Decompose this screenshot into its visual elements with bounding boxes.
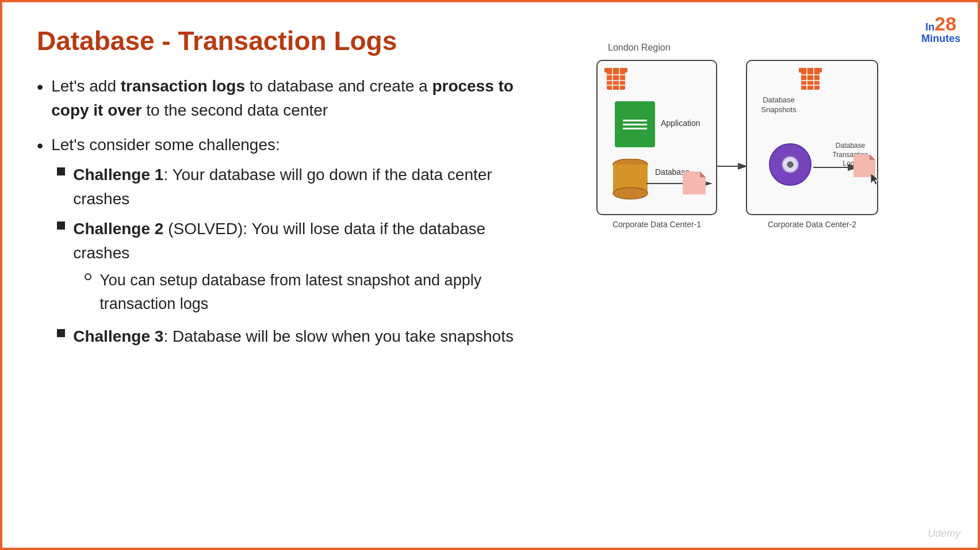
building-dc1-icon [604,66,627,91]
main-bullet-list: • Let's add transaction logs to database… [37,74,520,365]
app-line-1 [623,120,647,121]
bullet-2: • Let's consider some challenges: Challe… [37,133,520,354]
square-bullet-1 [57,167,65,175]
challenge-3-text: Challenge 3: Database will be slow when … [73,324,514,349]
bullet-1: • Let's add transaction logs to database… [37,74,520,123]
challenges-list: Challenge 1: Your database will go down … [51,163,520,349]
arrow-between-dcs [716,161,748,172]
building-dc2-icon [799,66,822,91]
svg-point-9 [613,188,648,199]
svg-point-27 [787,162,793,167]
app-server [615,101,655,147]
challenge-2-sub-1: You can setup database from latest snaps… [85,269,520,315]
svg-rect-30 [853,154,870,177]
bullet-1-text: Let's add transaction logs to database a… [51,74,520,123]
svg-rect-0 [607,70,625,90]
circle-bullet-1 [85,273,91,280]
bullet-dot-1: • [37,74,43,100]
slide-title: Database - Transaction Logs [37,25,520,57]
logo: In28 Minutes [921,14,960,44]
logo-num: 28 [935,13,956,35]
challenge-2-text: Challenge 2 (SOLVED): You will lose data… [73,217,520,319]
challenge-2-sub-1-text: You can setup database from latest snaps… [99,269,520,315]
logo-minutes: Minutes [921,33,960,44]
slide: In28 Minutes Database - Transaction Logs… [0,0,980,550]
svg-marker-33 [870,154,875,160]
challenge-3-item: Challenge 3: Database will be slow when … [57,324,520,349]
dc2-label: Corporate Data Center-2 [768,220,856,229]
svg-rect-1 [604,68,627,72]
doc-icon-dc1 [683,171,706,197]
bullet-2-text: Let's consider some challenges: Challeng… [51,133,520,354]
db-snapshots-label: DatabaseSnapshots [753,96,805,115]
challenge-2-subs: You can setup database from latest snaps… [73,269,520,315]
dc1-label: Corporate Data Center-1 [612,220,701,229]
app-line-3 [623,128,647,129]
svg-rect-12 [683,171,700,194]
svg-rect-19 [799,68,822,72]
watermark: Udemy [928,528,960,540]
svg-rect-18 [801,70,820,90]
bullet-dot-2: • [37,133,43,159]
challenge-1-item: Challenge 1: Your database will go down … [57,163,520,211]
svg-marker-15 [700,171,706,177]
square-bullet-2 [57,221,65,230]
challenge-2-item: Challenge 2 (SOLVED): You will lose data… [57,217,520,319]
challenge-1-text: Challenge 1: Your database will go down … [73,163,520,211]
logo-text: In28 [921,14,960,33]
svg-marker-34 [871,173,879,185]
square-bullet-3 [57,329,65,337]
cursor-icon [871,173,881,186]
arrow-dc2-right [813,162,859,173]
db-cylinder-dc1 [610,159,650,202]
dc2-box: DatabaseSnapshots DatabaseTransactionLog… [746,60,878,215]
dc1-box: Application Database [596,60,717,215]
right-panel: London Region [531,25,949,525]
svg-rect-14 [700,177,706,194]
app-line-2 [623,124,647,125]
tx-log-disc [767,142,813,188]
app-server-lines [623,120,647,129]
logo-in: In [925,21,935,33]
diagram: London Region [591,43,890,261]
london-label: London Region [608,43,671,53]
application-label: Application [661,119,700,128]
left-panel: Database - Transaction Logs • Let's add … [37,25,531,525]
